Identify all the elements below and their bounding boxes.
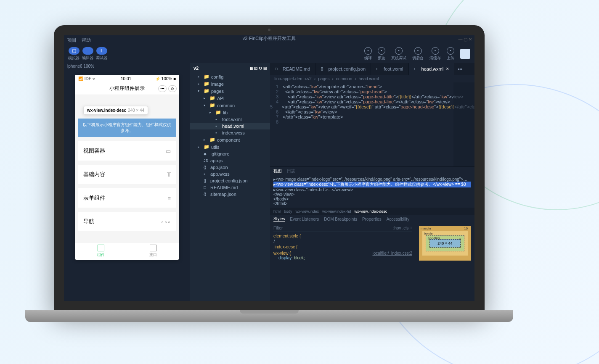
devtools-crumb[interactable]: body — [284, 209, 292, 214]
devtools-panel-tab[interactable]: Accessibility — [387, 217, 409, 222]
tree-folder[interactable]: ▸📁image — [190, 80, 270, 87]
editor-tab[interactable]: □README.md — [270, 63, 315, 75]
menu-help[interactable]: 帮助 — [82, 37, 91, 43]
explorer-action-icons[interactable]: ⊞ ⊡ ↻ ⊟ — [250, 66, 267, 71]
toolbar-action-button[interactable]: •预览 — [378, 47, 385, 61]
devtools-dom-tree[interactable]: ▸<wx-image class="index-logo" src="../re… — [270, 175, 474, 208]
toolbar-action-button[interactable]: •上传 — [447, 47, 454, 61]
toolbar-mode-button[interactable]: 编辑器 — [82, 47, 93, 61]
phone-tabbar-item[interactable]: 组件 — [75, 243, 127, 260]
devtools-dom-node[interactable]: </wx-view> — [273, 192, 471, 197]
window-controls[interactable]: — ▢ ✕ — [458, 37, 472, 42]
minimap[interactable] — [453, 82, 474, 166]
tree-folder[interactable]: ▸📁utils — [190, 143, 270, 150]
phone-nav-close-button[interactable]: ⊙ — [168, 85, 177, 92]
status-battery: ⚡ 100% ■ — [155, 76, 176, 81]
editor-breadcrumb[interactable]: fino-applet-demo-v2 › pages › common › h… — [270, 75, 474, 82]
devtools-styles-filter[interactable]: Filter — [273, 226, 283, 230]
box-model[interactable]: margin 10 border - padding - 240 × 4 — [416, 223, 474, 301]
editor-tab[interactable]: {}project.config.json — [315, 63, 371, 75]
phone-tabbar-item[interactable]: 接口 — [127, 243, 179, 260]
devtools-css-rule[interactable]: .index-desc {</span></div><div class="dt… — [273, 245, 412, 249]
highlighted-element[interactable]: 以下将展示小程序官方组件能力。组件样式仅供参考。 — [78, 119, 176, 137]
simulator-list-item[interactable]: 表单组件≡ — [78, 188, 176, 208]
devtools-panel-tab[interactable]: Event Listeners — [290, 217, 319, 222]
phone-frame: 📶 IDE ᯤ 10:01 ⚡ 100% ■ 小程序组件展示 ••• ⊙ — [75, 75, 179, 260]
tree-file[interactable]: ▪foot.wxml — [190, 116, 270, 123]
tabs-overflow-button[interactable]: ••• — [454, 66, 466, 71]
explorer-root-label[interactable]: v2 — [193, 66, 199, 71]
close-icon[interactable]: × — [446, 66, 449, 72]
devtools-dom-node[interactable]: ▸<wx-view class="index-bd">…</wx-view> — [273, 187, 471, 192]
toolbar-action-button[interactable]: •真机调试 — [391, 47, 406, 61]
element-tooltip: wx-view.index-desc240 × 44 — [83, 106, 148, 115]
devtools: 视图日志 ▸<wx-image class="index-logo" src="… — [270, 166, 474, 301]
toolbar-mode-button[interactable]: ▢模拟器 — [68, 47, 80, 61]
devtools-crumb[interactable]: wx-view.index-desc — [355, 209, 387, 214]
toolbar-action-button[interactable]: •切后台 — [412, 47, 424, 61]
devtools-breadcrumb[interactable]: htmlbodywx-view.indexwx-view.index-hdwx-… — [270, 208, 474, 215]
devtools-dom-node[interactable]: </html> — [273, 201, 471, 206]
tree-file[interactable]: ◆.gitignore — [190, 150, 270, 157]
phone-nav-menu-button[interactable]: ••• — [158, 85, 167, 92]
tree-file[interactable]: □README.md — [190, 184, 270, 191]
devtools-top-tab[interactable]: 日志 — [287, 168, 295, 174]
file-explorer: v2 ⊞ ⊡ ↻ ⊟ ▸📁config▸📁image▾📁pages▸📁API▾📁… — [190, 63, 270, 301]
devtools-top-tab[interactable]: 视图 — [273, 168, 282, 174]
laptop-mockup: v2-FinClip小程序开发工具 — ▢ ✕ 项目 帮助 ▢模拟器编辑器⫴调试… — [25, 25, 513, 328]
tree-file[interactable]: ▪app.wxss — [190, 171, 270, 177]
devtools-styles-toggles[interactable]: :hov .cls + — [393, 226, 412, 230]
devtools-crumb[interactable]: wx-view.index-hd — [322, 209, 351, 214]
devtools-css-rule[interactable]: wx-view {localfile:/_index.css:2display:… — [273, 251, 412, 260]
devtools-css-rule[interactable]: element.style {} — [273, 234, 412, 243]
status-time: 10:01 — [121, 76, 131, 81]
toolbar: ▢模拟器编辑器⫴调试器 •编译•预览•真机调试•切后台•清缓存•上传 — [64, 45, 474, 63]
phone-nav-title: 小程序组件展示 — [109, 85, 145, 92]
tree-file[interactable]: {}sitemap.json — [190, 191, 270, 198]
tree-folder[interactable]: ▸📁component — [190, 136, 270, 143]
devtools-panel-tab[interactable]: Properties — [362, 217, 382, 222]
tree-folder[interactable]: ▾📁common — [190, 102, 270, 109]
devtools-dom-node[interactable]: ▸<wx-image class="index-logo" src="../re… — [273, 177, 471, 182]
status-signal: 📶 IDE ᯤ — [78, 76, 97, 81]
simulator-list-item[interactable]: 视图容器▭ — [78, 141, 176, 161]
tree-file[interactable]: {}project.config.json — [190, 177, 270, 184]
devtools-dom-node[interactable]: ▸<wx-view class="index-desc">以下将展示小程序官方组… — [273, 182, 471, 187]
editor-area: □README.md{}project.config.json▪foot.wxm… — [270, 63, 474, 301]
tree-file[interactable]: ▪head.wxml — [190, 123, 270, 129]
devtools-panel-tab[interactable]: DOM Breakpoints — [324, 217, 357, 222]
tree-folder[interactable]: ▸📁config — [190, 73, 270, 80]
window-title: v2-FinClip小程序开发工具 — [243, 35, 296, 42]
devtools-crumb[interactable]: html — [273, 209, 281, 214]
toolbar-mode-button[interactable]: ⫴调试器 — [96, 47, 107, 61]
editor-tab[interactable]: ▪foot.wxml — [371, 63, 408, 75]
simulator-list-item[interactable]: 基础内容𝕋 — [78, 165, 176, 184]
tree-folder[interactable]: ▸📁API — [190, 95, 270, 102]
tree-file[interactable]: {}app.json — [190, 164, 270, 171]
avatar[interactable] — [460, 49, 470, 59]
tree-file[interactable]: JSapp.js — [190, 157, 270, 164]
simulator-list-item[interactable]: 导航∘∘∘ — [78, 212, 176, 231]
ide-root: 项目 帮助 ▢模拟器编辑器⫴调试器 •编译•预览•真机调试•切后台•清缓存•上传… — [64, 35, 474, 301]
toolbar-action-button[interactable]: •编译 — [364, 47, 372, 61]
tree-folder[interactable]: ▾📁pages — [190, 87, 270, 95]
tree-folder[interactable]: ▸📁lib — [190, 109, 270, 116]
devtools-panel-tab[interactable]: Styles — [273, 216, 285, 222]
editor-tab[interactable]: ▪head.wxml× — [409, 63, 455, 75]
simulator-panel: iphone6 100% 📶 IDE ᯤ 10:01 ⚡ 100% ■ 小程序组… — [64, 63, 190, 301]
tree-file[interactable]: ▪index.wxss — [190, 129, 270, 136]
menu-project[interactable]: 项目 — [67, 37, 77, 43]
simulator-device-label[interactable]: iphone6 100% — [64, 63, 190, 71]
devtools-crumb[interactable]: wx-view.index — [296, 209, 319, 214]
devtools-dom-node[interactable]: </body> — [273, 197, 471, 201]
toolbar-action-button[interactable]: •清缓存 — [429, 47, 441, 61]
code-editor[interactable]: 1<attr">class="kw">template attr">name="… — [270, 82, 474, 166]
